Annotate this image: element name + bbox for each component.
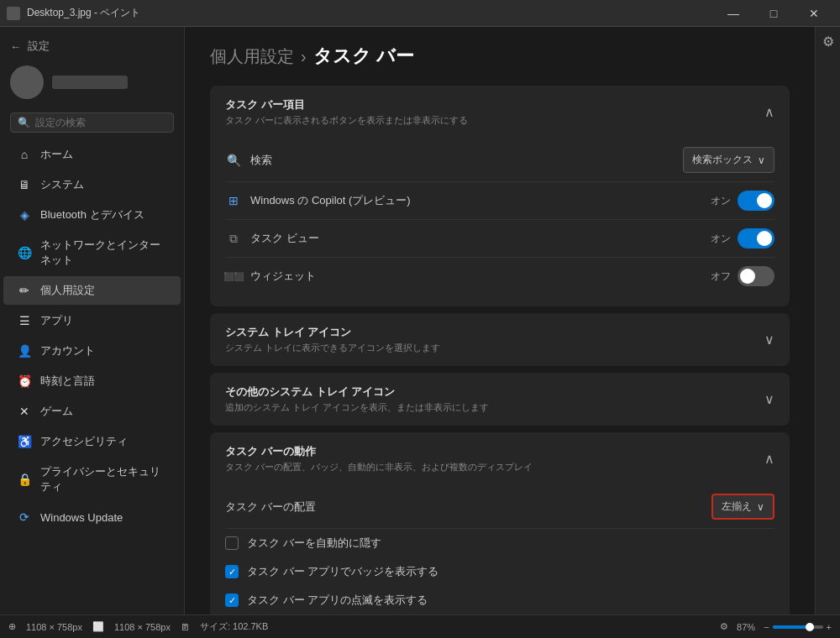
setting-row-widgets: ⬛⬛ ウィジェット オフ	[225, 258, 774, 295]
copilot-right: オン	[711, 191, 774, 211]
taskbar-items-subtitle: タスク バーに表示されるボタンを表示または非表示にする	[225, 114, 468, 127]
sidebar-item-home[interactable]: ⌂ ホーム	[3, 140, 181, 169]
sidebar-label-apps: アプリ	[40, 313, 73, 328]
search-dropdown[interactable]: 検索ボックス ∨	[683, 147, 774, 173]
sidebar-item-bluetooth[interactable]: ◈ Bluetooth とデバイス	[3, 201, 181, 229]
system-icon: 🖥	[17, 177, 32, 192]
sidebar-label-time: 時刻と言語	[40, 374, 95, 389]
sidebar-label-bluetooth: Bluetooth とデバイス	[40, 207, 144, 222]
setting-row-copilot: ⊞ Windows の Copilot (プレビュー) オン	[225, 182, 774, 220]
right-edge-panel: ⚙	[815, 27, 840, 638]
widgets-icon: ⬛⬛	[225, 268, 242, 285]
widgets-toggle-label: オフ	[711, 269, 731, 284]
search-input[interactable]	[35, 117, 166, 128]
sidebar-search-box[interactable]: 🔍	[10, 112, 174, 133]
taskbar-behavior-info: タスク バーの動作 タスク バーの配置、バッジ、自動的に非表示、および複数のディ…	[225, 444, 533, 473]
taskbar-align-row: タスク バーの配置 左揃え ∨	[225, 485, 774, 529]
gaming-icon: ✕	[17, 404, 32, 419]
taskview-toggle-label: オン	[711, 232, 731, 246]
sidebar-item-time[interactable]: ⏰ 時刻と言語	[3, 367, 181, 395]
taskbar-behavior-chevron: ∧	[764, 451, 774, 467]
breadcrumb-arrow: ›	[301, 47, 307, 66]
sidebar-label-accessibility: アクセシビリティ	[40, 434, 128, 449]
main-content: 個人用設定 › タスク バー タスク バー項目 タスク バーに表示されるボタンを…	[185, 27, 815, 638]
checkbox-badges-box[interactable]	[225, 565, 239, 578]
sidebar-label-network: ネットワークとインターネット	[40, 238, 167, 268]
sidebar-label-windows-update: Windows Update	[40, 511, 123, 524]
system-tray-header[interactable]: システム トレイ アイコン システム トレイに表示できるアイコンを選択します ∨	[210, 313, 790, 366]
taskbar-behavior-subtitle: タスク バーの配置、バッジ、自動的に非表示、および複数のディスプレイ	[225, 461, 533, 473]
status-bar-left: ⊕ 1108 × 758px ⬜ 1108 × 758px 🖹 サイズ: 102…	[8, 620, 268, 633]
widgets-toggle[interactable]	[738, 266, 774, 286]
other-system-tray-header[interactable]: その他のシステム トレイ アイコン 追加のシステム トレイ アイコンを表示、また…	[210, 373, 790, 426]
user-profile	[0, 59, 184, 109]
taskbar-items-title: タスク バー項目	[225, 97, 468, 112]
sidebar-item-privacy[interactable]: 🔒 プライバシーとセキュリティ	[3, 458, 181, 501]
avatar	[10, 65, 44, 99]
status-zoom-percent: 87%	[737, 622, 755, 632]
title-bar-left: Desktop_3.jpg - ペイント	[7, 6, 140, 20]
bluetooth-icon: ◈	[17, 207, 32, 222]
sidebar-label-personalization: 個人用設定	[40, 283, 95, 298]
sidebar-item-personalization[interactable]: ✏ 個人用設定	[3, 276, 181, 305]
time-icon: ⏰	[17, 374, 32, 389]
breadcrumb[interactable]: 個人用設定	[210, 45, 294, 68]
checkbox-flashing-label: タスク バー アプリの点滅を表示する	[247, 593, 428, 608]
sidebar-item-windows-update[interactable]: ⟳ Windows Update	[3, 503, 181, 531]
search-dropdown-chevron: ∨	[758, 154, 765, 166]
taskbar-align-dropdown[interactable]: 左揃え ∨	[711, 494, 774, 520]
minimize-button[interactable]: —	[714, 0, 753, 27]
taskbar-align-value: 左揃え	[722, 499, 752, 514]
checkbox-autohide-label: タスク バーを自動的に隠す	[247, 536, 381, 551]
checkbox-badges[interactable]: タスク バー アプリでバッジを表示する	[225, 557, 774, 586]
user-name-placeholder	[52, 76, 128, 89]
sidebar-item-accessibility[interactable]: ♿ アクセシビリティ	[3, 427, 181, 456]
checkbox-autohide-box[interactable]	[225, 536, 239, 550]
taskbar-behavior-section: タスク バーの動作 タスク バーの配置、バッジ、自動的に非表示、および複数のディ…	[210, 432, 790, 638]
app-icon	[7, 7, 20, 20]
zoom-minus-button[interactable]: −	[764, 622, 769, 632]
zoom-slider-fill	[773, 625, 808, 629]
status-file-size: サイズ: 102.7KB	[200, 620, 268, 633]
setting-row-search-left: 🔍 検索	[225, 152, 272, 169]
status-bar-right: ⚙ 87% − +	[720, 621, 832, 632]
setting-row-search: 🔍 検索 検索ボックス ∨	[225, 139, 774, 182]
taskbar-items-header[interactable]: タスク バー項目 タスク バーに表示されるボタンを表示または非表示にする ∧	[210, 86, 790, 139]
sidebar-item-apps[interactable]: ☰ アプリ	[3, 306, 181, 335]
sidebar-item-network[interactable]: 🌐 ネットワークとインターネット	[3, 231, 181, 275]
status-icon: ⊕	[8, 621, 16, 632]
status-bar: ⊕ 1108 × 758px ⬜ 1108 × 758px 🖹 サイズ: 102…	[0, 614, 840, 638]
taskview-toggle[interactable]	[738, 228, 774, 248]
close-button[interactable]: ✕	[795, 0, 833, 27]
sidebar-item-accounts[interactable]: 👤 アカウント	[3, 337, 181, 365]
page-title: タスク バー	[313, 44, 414, 69]
back-button[interactable]: ← 設定	[0, 34, 184, 59]
network-icon: 🌐	[17, 245, 32, 260]
sidebar-label-gaming: ゲーム	[40, 404, 73, 419]
copilot-toggle-label: オン	[711, 194, 731, 208]
status-settings-icon[interactable]: ⚙	[720, 621, 728, 632]
checkbox-flashing[interactable]: タスク バー アプリの点滅を表示する	[225, 586, 774, 614]
zoom-slider[interactable]	[773, 625, 823, 629]
back-arrow-icon: ←	[10, 40, 21, 53]
taskview-right: オン	[711, 228, 774, 248]
search-row-label: 検索	[250, 153, 272, 168]
window-controls: — □ ✕	[714, 0, 833, 27]
other-system-tray-title: その他のシステム トレイ アイコン	[225, 384, 489, 400]
taskview-icon: ⧉	[225, 230, 242, 247]
setting-row-taskview-left: ⧉ タスク ビュー	[225, 230, 319, 247]
copilot-toggle[interactable]	[738, 191, 774, 211]
maximize-button[interactable]: □	[754, 0, 793, 27]
taskbar-align-label: タスク バーの配置	[225, 499, 316, 515]
sidebar-label-system: システム	[40, 177, 84, 192]
system-tray-section: システム トレイ アイコン システム トレイに表示できるアイコンを選択します ∨	[210, 313, 790, 366]
zoom-plus-button[interactable]: +	[827, 622, 832, 632]
checkbox-flashing-box[interactable]	[225, 594, 239, 607]
sidebar-item-system[interactable]: 🖥 システム	[3, 170, 181, 199]
checkbox-autohide[interactable]: タスク バーを自動的に隠す	[225, 529, 774, 557]
right-gear-icon[interactable]: ⚙	[822, 34, 834, 50]
sidebar-item-gaming[interactable]: ✕ ゲーム	[3, 397, 181, 426]
search-row-right: 検索ボックス ∨	[683, 147, 774, 173]
taskbar-behavior-header[interactable]: タスク バーの動作 タスク バーの配置、バッジ、自動的に非表示、および複数のディ…	[210, 432, 790, 485]
apps-icon: ☰	[17, 313, 32, 328]
